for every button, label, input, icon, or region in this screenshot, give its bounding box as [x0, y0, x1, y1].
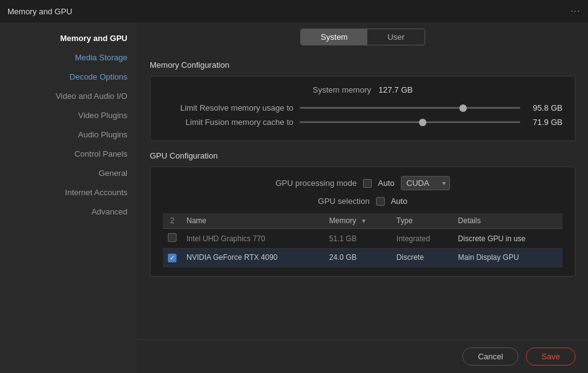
sidebar-item-memory-and-gpu[interactable]: Memory and GPU: [0, 29, 137, 48]
gpu-table-name-header: Name: [181, 213, 324, 229]
gpu-row2-name: NVIDIA GeForce RTX 4090: [181, 249, 324, 267]
limit-fusion-row: Limit Fusion memory cache to 71.9 GB: [163, 117, 563, 127]
gpu-table-header-row: 2 Name Memory ▼ Type: [163, 213, 563, 229]
gpu-row2-type: Discrete: [392, 249, 453, 267]
gpu-row1-type: Integrated: [392, 229, 453, 249]
gpu-config-title: GPU Configuration: [150, 151, 576, 160]
system-memory-value: 127.7 GB: [379, 85, 413, 94]
content-area: System User Memory Configuration System …: [137, 22, 588, 373]
sidebar-item-video-audio-io[interactable]: Video and Audio I/O: [0, 86, 137, 106]
limit-fusion-value: 71.9 GB: [525, 117, 563, 127]
limit-resolve-slider[interactable]: [300, 107, 520, 109]
limit-resolve-slider-container: 95.8 GB: [300, 103, 563, 113]
sidebar-item-control-panels[interactable]: Control Panels: [0, 144, 137, 163]
titlebar: Memory and GPU ···: [0, 0, 588, 22]
gpu-row1-checkbox[interactable]: [168, 233, 177, 242]
sidebar-item-video-plugins[interactable]: Video Plugins: [0, 106, 137, 125]
gpu-mode-row: GPU processing mode Auto CUDA OpenCL Met…: [163, 176, 563, 190]
gpu-selection-label: GPU selection: [318, 196, 370, 206]
main-layout: Memory and GPU Media Storage Decode Opti…: [0, 22, 588, 373]
gpu-table-row[interactable]: Intel UHD Graphics 770 51.1 GB Integrate…: [163, 229, 563, 249]
cuda-dropdown-wrapper: CUDA OpenCL Metal: [401, 176, 450, 190]
sidebar-item-decode-options[interactable]: Decode Options: [0, 67, 137, 86]
gpu-row2-checkbox[interactable]: [168, 254, 177, 262]
sidebar-item-general[interactable]: General: [0, 163, 137, 183]
gpu-mode-auto-label: Auto: [378, 178, 395, 188]
gpu-processing-mode-label: GPU processing mode: [275, 178, 357, 188]
gpu-table-row[interactable]: NVIDIA GeForce RTX 4090 24.0 GB Discrete…: [163, 249, 563, 267]
cuda-dropdown[interactable]: CUDA OpenCL Metal: [401, 176, 450, 190]
limit-resolve-row: Limit Resolve memory usage to 95.8 GB: [163, 103, 563, 113]
gpu-table-type-header: Type: [392, 213, 453, 229]
gpu-config-card: GPU processing mode Auto CUDA OpenCL Met…: [150, 167, 576, 277]
sidebar-item-advanced[interactable]: Advanced: [0, 202, 137, 221]
gpu-table-memory-header: Memory ▼: [324, 213, 392, 229]
content-scroll: Memory Configuration System memory 127.7…: [137, 50, 588, 339]
sidebar-item-audio-plugins[interactable]: Audio Plugins: [0, 125, 137, 144]
limit-fusion-slider-container: 71.9 GB: [300, 117, 563, 127]
gpu-count-badge: 2: [170, 216, 175, 225]
limit-fusion-slider[interactable]: [300, 121, 520, 123]
sidebar: Memory and GPU Media Storage Decode Opti…: [0, 22, 137, 373]
window-title: Memory and GPU: [7, 7, 72, 16]
tab-user[interactable]: User: [367, 29, 424, 45]
sidebar-item-internet-accounts[interactable]: Internet Accounts: [0, 183, 137, 202]
system-memory-label: System memory: [313, 85, 371, 94]
titlebar-menu[interactable]: ···: [571, 6, 581, 17]
gpu-row2-memory: 24.0 GB: [324, 249, 392, 267]
gpu-table-count-header: 2: [163, 213, 181, 229]
memory-config-card: System memory 127.7 GB Limit Resolve mem…: [150, 76, 576, 141]
footer: Cancel Save: [137, 339, 588, 373]
limit-resolve-value: 95.8 GB: [525, 103, 563, 113]
memory-config-title: Memory Configuration: [150, 60, 576, 70]
gpu-row2-details: Main Display GPU: [453, 249, 563, 267]
gpu-selection-auto-label: Auto: [391, 196, 408, 206]
gpu-row1-details: Discrete GPU in use: [453, 229, 563, 249]
cancel-button[interactable]: Cancel: [462, 348, 518, 366]
menu-dots-icon[interactable]: ···: [571, 6, 581, 17]
tab-group: System User: [300, 29, 425, 45]
gpu-row2-checkbox-cell: [163, 249, 181, 267]
limit-resolve-label: Limit Resolve memory usage to: [163, 103, 300, 113]
sidebar-item-media-storage[interactable]: Media Storage: [0, 48, 137, 67]
gpu-table-details-header: Details: [453, 213, 563, 229]
gpu-row1-checkbox-cell: [163, 229, 181, 249]
gpu-mode-auto-checkbox[interactable]: [363, 179, 372, 188]
tabs-area: System User: [137, 22, 588, 50]
system-memory-row: System memory 127.7 GB: [163, 85, 563, 94]
gpu-row1-name: Intel UHD Graphics 770: [181, 229, 324, 249]
tab-system[interactable]: System: [301, 29, 367, 45]
gpu-table: 2 Name Memory ▼ Type: [163, 213, 563, 267]
gpu-selection-row: GPU selection Auto: [163, 196, 563, 206]
limit-fusion-label: Limit Fusion memory cache to: [163, 117, 300, 127]
gpu-selection-auto-checkbox[interactable]: [376, 197, 385, 206]
save-button[interactable]: Save: [526, 348, 576, 366]
gpu-row1-memory: 51.1 GB: [324, 229, 392, 249]
